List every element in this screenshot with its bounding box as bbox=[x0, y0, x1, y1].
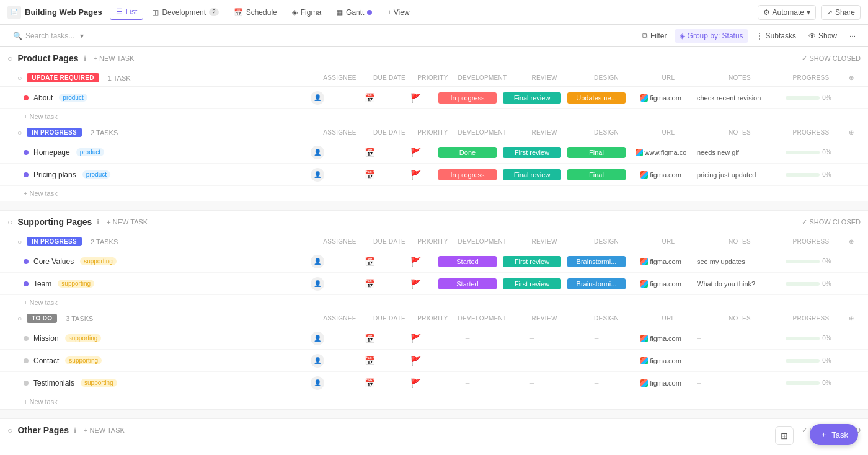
task-review[interactable]: Final review bbox=[501, 92, 563, 104]
col-hdr-plus2[interactable]: ⊕ bbox=[842, 129, 861, 136]
add-task-inprogress-supporting[interactable]: + New task bbox=[0, 295, 868, 310]
inprogress-supporting-badge[interactable]: IN PROGRESS bbox=[27, 237, 82, 246]
section-other-header[interactable]: ○ Other Pages ℹ + NEW TASK ✓ SHOW CLOSED bbox=[0, 419, 868, 441]
add-task-update[interactable]: + New task bbox=[0, 109, 868, 124]
group-collapse-icon[interactable]: ○ bbox=[17, 314, 22, 323]
task-tag-product[interactable]: product bbox=[76, 148, 104, 156]
task-development[interactable]: Started bbox=[436, 278, 498, 289]
nav-tab-figma[interactable]: ◈ Figma bbox=[286, 6, 327, 19]
task-duedate[interactable]: 📅 bbox=[345, 378, 394, 388]
search-box[interactable]: 🔍 Search tasks... ▾ bbox=[7, 29, 100, 43]
task-priority[interactable]: 🚩 bbox=[397, 279, 434, 289]
task-priority[interactable]: 🚩 bbox=[397, 93, 434, 103]
task-assignee[interactable]: 👤 bbox=[293, 277, 342, 291]
col-hdr-plus3[interactable]: ⊕ bbox=[842, 238, 861, 245]
add-task-todo[interactable]: + New task bbox=[0, 394, 868, 409]
section-other-collapse-icon[interactable]: ○ bbox=[7, 425, 12, 435]
task-design[interactable]: Brainstormi... bbox=[565, 278, 627, 289]
task-url[interactable]: figma.com bbox=[630, 357, 692, 364]
share-button[interactable]: ↗ Share bbox=[821, 5, 861, 20]
task-row[interactable]: Team supporting 👤 📅 🚩 Started First revi… bbox=[0, 273, 868, 295]
task-assignee[interactable]: 👤 bbox=[293, 332, 342, 345]
task-development[interactable]: In progress bbox=[436, 92, 498, 104]
task-duedate[interactable]: 📅 bbox=[345, 334, 394, 343]
task-tag-supporting[interactable]: supporting bbox=[65, 334, 102, 342]
section-product-header[interactable]: ○ Product Pages ℹ + NEW TASK ✓ SHOW CLOS… bbox=[0, 47, 868, 69]
filter-button[interactable]: ⧉ Filter bbox=[637, 29, 672, 43]
task-assignee[interactable]: 👤 bbox=[293, 376, 342, 390]
url-link[interactable]: figma.com bbox=[640, 357, 681, 364]
url-link[interactable]: figma.com bbox=[640, 258, 681, 265]
task-assignee[interactable]: 👤 bbox=[293, 146, 342, 159]
task-tag-supporting[interactable]: supporting bbox=[81, 379, 117, 387]
nav-tab-view[interactable]: + View bbox=[381, 6, 415, 19]
task-url[interactable]: www.figma.co bbox=[630, 149, 692, 156]
task-development[interactable]: In progress bbox=[436, 169, 498, 180]
group-collapse-icon[interactable]: ○ bbox=[17, 237, 22, 246]
nav-tab-gantt[interactable]: ▦ Gantt bbox=[330, 6, 378, 19]
task-review[interactable]: First review bbox=[501, 256, 563, 267]
nav-tab-schedule[interactable]: 📅 Schedule bbox=[228, 6, 283, 19]
group-collapse-icon[interactable]: ○ bbox=[17, 128, 22, 137]
task-row[interactable]: Contact supporting 👤 📅 🚩 – – bbox=[0, 350, 868, 372]
section-product-new-task[interactable]: + NEW TASK bbox=[91, 53, 137, 63]
nav-logo[interactable]: 📄 Building Web Pages bbox=[7, 6, 102, 19]
task-design[interactable]: Final bbox=[565, 169, 627, 180]
task-url[interactable]: figma.com bbox=[630, 94, 692, 102]
task-assignee[interactable]: 👤 bbox=[293, 168, 342, 182]
add-task-inprogress-product[interactable]: + New task bbox=[0, 186, 868, 201]
task-url[interactable]: figma.com bbox=[630, 171, 692, 179]
url-link[interactable]: figma.com bbox=[640, 94, 681, 102]
task-development[interactable]: Started bbox=[436, 256, 498, 267]
col-hdr-plus4[interactable]: ⊕ bbox=[842, 315, 861, 322]
task-priority[interactable]: 🚩 bbox=[397, 257, 434, 267]
task-review[interactable]: First review bbox=[501, 147, 563, 158]
section-product-info[interactable]: ℹ bbox=[84, 55, 86, 63]
task-url[interactable]: figma.com bbox=[630, 335, 692, 342]
section-supporting-new-task[interactable]: + NEW TASK bbox=[104, 217, 150, 227]
task-duedate[interactable]: 📅 bbox=[345, 257, 394, 267]
task-duedate[interactable]: 📅 bbox=[345, 93, 394, 103]
task-tag-product[interactable]: product bbox=[82, 170, 110, 179]
float-task-button[interactable]: ＋ Task bbox=[810, 424, 858, 445]
nav-tab-list[interactable]: ☰ List bbox=[110, 5, 144, 20]
section-supporting-header[interactable]: ○ Supporting Pages ℹ + NEW TASK ✓ SHOW C… bbox=[0, 211, 868, 233]
task-row[interactable]: Core Values supporting 👤 📅 🚩 Started Fir… bbox=[0, 250, 868, 273]
task-review[interactable]: First review bbox=[501, 278, 563, 289]
task-row[interactable]: Testimonials supporting 👤 📅 🚩 – – bbox=[0, 372, 868, 394]
task-review[interactable]: Final review bbox=[501, 169, 563, 180]
task-duedate[interactable]: 📅 bbox=[345, 148, 394, 157]
task-tag-product[interactable]: product bbox=[59, 94, 87, 102]
task-priority[interactable]: 🚩 bbox=[397, 356, 434, 366]
task-priority[interactable]: 🚩 bbox=[397, 148, 434, 157]
task-duedate[interactable]: 📅 bbox=[345, 170, 394, 180]
update-required-badge[interactable]: UPDATE REQUIRED bbox=[27, 73, 99, 82]
task-duedate[interactable]: 📅 bbox=[345, 356, 394, 366]
group-by-button[interactable]: ◈ Group by: Status bbox=[675, 29, 748, 43]
more-button[interactable]: ··· bbox=[844, 29, 861, 43]
task-row[interactable]: Mission supporting 👤 📅 🚩 – – bbox=[0, 327, 868, 350]
subtasks-button[interactable]: ⋮ Subtasks bbox=[751, 29, 801, 43]
url-link[interactable]: www.figma.co bbox=[636, 149, 687, 156]
automate-button[interactable]: ⚙ Automate ▾ bbox=[758, 5, 816, 20]
task-priority[interactable]: 🚩 bbox=[397, 378, 434, 388]
task-url[interactable]: figma.com bbox=[630, 258, 692, 265]
task-design[interactable]: Updates ne... bbox=[565, 92, 627, 104]
section-collapse-icon[interactable]: ○ bbox=[7, 53, 12, 63]
task-assignee[interactable]: 👤 bbox=[293, 255, 342, 268]
col-header-plus[interactable]: ⊕ bbox=[842, 74, 861, 81]
group-collapse-icon[interactable]: ○ bbox=[17, 74, 22, 82]
task-priority[interactable]: 🚩 bbox=[397, 170, 434, 180]
url-link[interactable]: figma.com bbox=[640, 335, 681, 342]
inprogress-product-badge[interactable]: IN PROGRESS bbox=[27, 128, 82, 137]
task-duedate[interactable]: 📅 bbox=[345, 279, 394, 289]
show-button[interactable]: 👁 Show bbox=[804, 29, 842, 43]
task-assignee[interactable]: 👤 bbox=[293, 354, 342, 368]
task-tag-supporting[interactable]: supporting bbox=[58, 280, 94, 288]
task-row[interactable]: Pricing plans product 👤 📅 🚩 In progress … bbox=[0, 164, 868, 186]
task-design[interactable]: Final bbox=[565, 147, 627, 158]
task-tag-supporting[interactable]: supporting bbox=[65, 356, 102, 364]
todo-supporting-badge[interactable]: TO DO bbox=[27, 314, 57, 323]
section-collapse-icon[interactable]: ○ bbox=[7, 217, 12, 227]
section-product-show-closed[interactable]: ✓ SHOW CLOSED bbox=[802, 55, 861, 63]
